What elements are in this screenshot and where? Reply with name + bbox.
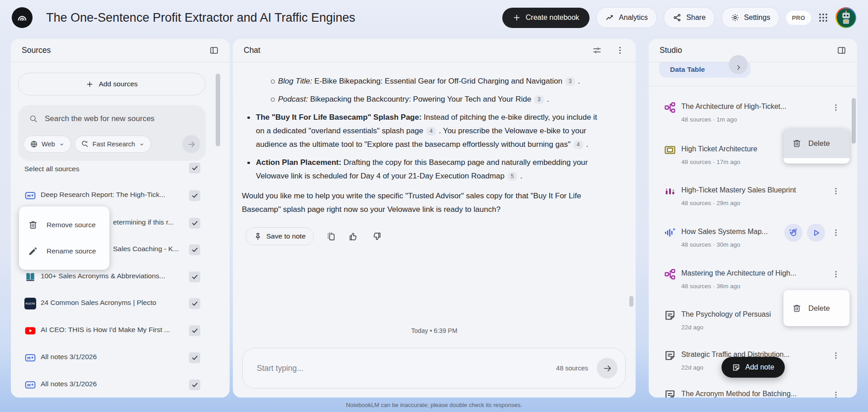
thumbs-up-button[interactable]: [349, 231, 359, 242]
search-icon: [29, 114, 38, 123]
more-vertical-icon[interactable]: [832, 270, 840, 278]
sources-panel-header: Sources: [11, 39, 230, 62]
more-vertical-icon[interactable]: [832, 351, 840, 360]
web-search-card: Web Fast Research: [18, 105, 206, 161]
message-actions: Save to note: [242, 227, 604, 245]
delete-menu-item[interactable]: Delete: [783, 128, 849, 158]
analytics-icon: [605, 13, 614, 22]
delete-menu-item[interactable]: Delete: [783, 290, 849, 326]
studio-panel-header: Studio: [649, 39, 857, 62]
source-checkbox[interactable]: [189, 325, 200, 336]
more-vertical-icon[interactable]: [832, 187, 840, 195]
save-to-note-button[interactable]: Save to note: [245, 227, 314, 245]
source-count-label: 48 sources: [556, 365, 588, 372]
youtube-icon: [24, 325, 36, 337]
settings-button[interactable]: Settings: [722, 7, 779, 28]
share-button[interactable]: Share: [664, 7, 715, 28]
source-row[interactable]: Deep Research Report: The High-Tick...: [11, 185, 230, 206]
apps-grid-icon[interactable]: [818, 12, 829, 23]
thumbs-down-button[interactable]: [371, 231, 382, 242]
studio-item[interactable]: The Acronym Method for Batching...: [649, 379, 857, 398]
studio-scrollbar-thumb[interactable]: [852, 98, 856, 144]
share-label: Share: [686, 14, 706, 22]
studio-item[interactable]: The Architecture of High-Ticket...48 sou…: [649, 92, 857, 132]
citation-badge[interactable]: 3: [534, 95, 544, 104]
citation-badge[interactable]: 5: [508, 172, 517, 181]
studio-item-meta: 48 sources · 1m ago: [681, 116, 737, 123]
source-checkbox[interactable]: [189, 244, 200, 255]
source-checkbox[interactable]: [189, 190, 200, 201]
source-row[interactable]: All notes 3/1/2026: [11, 347, 230, 369]
chat-sub-bullet: Blog Title: E-Bike Bikepacking: Essentia…: [242, 75, 604, 88]
note-icon: [731, 363, 740, 372]
studio-item-meta: 22d ago: [681, 324, 703, 331]
report-icon: [664, 185, 676, 197]
source-title: 24 Common Sales Acronyms | Plecto: [41, 299, 156, 307]
add-sources-button[interactable]: Add sources: [18, 73, 206, 95]
citation-badge[interactable]: 4: [426, 127, 436, 136]
chat-scrollbar-thumb[interactable]: [629, 296, 633, 307]
settings-label: Settings: [744, 14, 770, 22]
share-icon: [673, 13, 682, 22]
studio-item[interactable]: How Sales Systems Map...48 sources · 30m…: [649, 217, 857, 258]
more-vertical-icon[interactable]: [615, 46, 625, 55]
collapse-panel-icon[interactable]: [837, 46, 846, 55]
search-submit-button[interactable]: [182, 135, 200, 153]
globe-icon: [30, 140, 38, 148]
plus-icon: [86, 80, 94, 88]
send-button[interactable]: [597, 358, 618, 379]
add-note-label: Add note: [745, 363, 774, 371]
citation-badge[interactable]: 4: [574, 140, 583, 149]
select-all-label: Select all sources: [24, 165, 79, 173]
mindmap-icon: [664, 268, 676, 281]
studio-item-meta: 48 sources · 29m ago: [681, 200, 741, 206]
studio-panel-body: Data Table The Architecture of High-Tick…: [649, 62, 857, 398]
web-filter-dropdown[interactable]: Web: [24, 136, 71, 153]
source-row[interactable]: AI CEO: THIS is How I'd Make My First ..…: [11, 320, 230, 342]
chat-input[interactable]: [256, 363, 556, 374]
sources-panel: Sources Add sources Web: [11, 39, 230, 398]
more-vertical-icon[interactable]: [832, 103, 840, 112]
studio-item-title: Mastering the Architecture of High...: [681, 269, 796, 277]
more-vertical-icon[interactable]: [832, 391, 840, 398]
source-row[interactable]: PLECTO24 Common Sales Acronyms | Plecto: [11, 293, 230, 314]
source-checkbox[interactable]: [189, 298, 200, 309]
source-title: Sales Coaching - K...: [113, 245, 179, 253]
more-vertical-icon[interactable]: [832, 229, 840, 237]
user-avatar[interactable]: [835, 7, 856, 28]
studio-panel: Studio Data Table The Architecture of Hi…: [649, 39, 857, 398]
copy-button[interactable]: [326, 231, 336, 242]
studio-item-meta: 22d ago: [681, 364, 703, 371]
source-checkbox[interactable]: [189, 379, 200, 390]
audio-icon: [664, 226, 676, 239]
remove-source-menu-item[interactable]: Remove source: [19, 212, 109, 238]
chip-carousel-next-button[interactable]: [729, 55, 748, 74]
search-web-input[interactable]: [44, 114, 198, 124]
studio-item-meta: 48 sources · 36m ago: [681, 283, 741, 290]
sources-scrollbar-thumb[interactable]: [216, 74, 220, 146]
analytics-button[interactable]: Analytics: [596, 7, 657, 28]
note-icon: [664, 389, 676, 398]
interactive-mode-button[interactable]: [784, 224, 802, 242]
arrow-right-icon: [187, 140, 196, 149]
source-title: etermining if this r...: [113, 218, 174, 226]
pencil-icon: [28, 246, 38, 256]
source-row[interactable]: All notes 3/1/2026: [11, 374, 230, 396]
citation-badge[interactable]: 3: [566, 77, 575, 86]
select-all-checkbox[interactable]: [189, 163, 200, 173]
save-to-note-label: Save to note: [266, 229, 306, 243]
source-checkbox[interactable]: [189, 218, 200, 229]
source-checkbox[interactable]: [189, 272, 200, 282]
research-mode-dropdown[interactable]: Fast Research: [75, 136, 151, 153]
rename-source-menu-item[interactable]: Rename source: [19, 238, 109, 264]
create-notebook-button[interactable]: Create notebook: [502, 8, 590, 28]
app-header: The One-Sentence Profit Extractor and AI…: [0, 0, 868, 35]
mindmap-icon: [664, 101, 676, 114]
notebooklm-logo-icon[interactable]: [12, 7, 33, 28]
chat-settings-icon[interactable]: [592, 46, 602, 55]
source-checkbox[interactable]: [189, 352, 200, 363]
studio-item[interactable]: High-Ticket Mastery Sales Blueprint48 so…: [649, 175, 857, 216]
collapse-panel-icon[interactable]: [209, 46, 219, 55]
add-note-button[interactable]: Add note: [721, 357, 784, 378]
play-audio-button[interactable]: [807, 224, 825, 242]
